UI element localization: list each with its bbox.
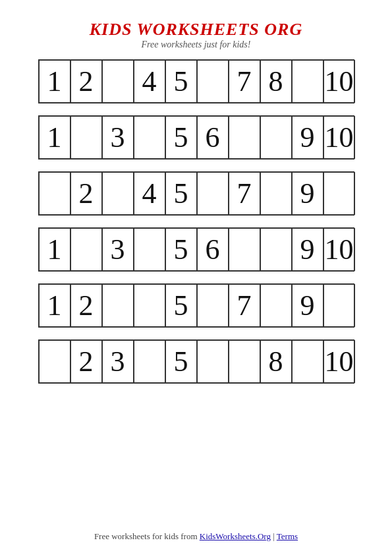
site-title: KIDS WORKSHEETS ORG [90,20,302,40]
cell-r3-c10 [323,172,355,215]
cell-r4-c8 [260,228,292,271]
cell-r3-c3 [102,172,134,215]
cell-r2-c3: 3 [102,116,134,159]
cell-r2-c9: 9 [292,116,323,159]
cell-r5-c9: 9 [292,284,323,327]
rows-container: 12457810135691024579135691012579235810 [38,59,354,395]
cell-r2-c1: 1 [39,116,70,159]
cell-r5-c6 [197,284,229,327]
cell-r6-c6 [197,340,229,383]
cell-r5-c2: 2 [70,284,102,327]
cell-r6-c8: 8 [260,340,292,383]
cell-r6-c1 [39,340,70,383]
cell-r4-c3: 3 [102,228,134,271]
cell-r1-c3 [102,60,134,103]
site-subtitle: Free worksheets just for kids! [142,40,251,50]
footer-text: Free worksheets for kids from [94,531,200,541]
cell-r5-c4 [134,284,165,327]
cell-r2-c7 [229,116,260,159]
terms-link[interactable]: Terms [277,531,298,541]
cell-r4-c2 [70,228,102,271]
cell-r1-c8: 8 [260,60,292,103]
number-row-2: 1356910 [38,115,354,160]
cell-r1-c2: 2 [70,60,102,103]
cell-r6-c10: 10 [323,340,355,383]
footer-separator: | [271,531,277,541]
cell-r3-c2: 2 [70,172,102,215]
cell-r4-c7 [229,228,260,271]
cell-r5-c1: 1 [39,284,70,327]
cell-r6-c7 [229,340,260,383]
cell-r2-c10: 10 [323,116,355,159]
number-row-4: 1356910 [38,227,354,272]
cell-r5-c5: 5 [165,284,197,327]
cell-r1-c7: 7 [229,60,260,103]
cell-r4-c4 [134,228,165,271]
cell-r1-c5: 5 [165,60,197,103]
number-row-5: 12579 [38,283,354,328]
cell-r2-c5: 5 [165,116,197,159]
cell-r2-c6: 6 [197,116,229,159]
cell-r3-c1 [39,172,70,215]
cell-r1-c10: 10 [323,60,355,103]
cell-r2-c8 [260,116,292,159]
cell-r5-c10 [323,284,355,327]
page: KIDS WORKSHEETS ORG Free worksheets just… [0,0,392,555]
cell-r6-c5: 5 [165,340,197,383]
cell-r4-c6: 6 [197,228,229,271]
footer-link[interactable]: KidsWorksheets.Org [200,531,271,541]
cell-r3-c4: 4 [134,172,165,215]
cell-r4-c9: 9 [292,228,323,271]
cell-r4-c1: 1 [39,228,70,271]
footer: Free worksheets for kids from KidsWorksh… [0,531,392,542]
cell-r3-c7: 7 [229,172,260,215]
cell-r1-c1: 1 [39,60,70,103]
cell-r4-c10: 10 [323,228,355,271]
cell-r1-c4: 4 [134,60,165,103]
cell-r5-c8 [260,284,292,327]
cell-r3-c6 [197,172,229,215]
cell-r6-c4 [134,340,165,383]
cell-r3-c9: 9 [292,172,323,215]
cell-r3-c5: 5 [165,172,197,215]
cell-r6-c3: 3 [102,340,134,383]
number-row-1: 12457810 [38,59,354,103]
number-row-6: 235810 [38,339,354,384]
number-row-3: 24579 [38,171,354,216]
cell-r1-c9 [292,60,323,103]
cell-r3-c8 [260,172,292,215]
cell-r1-c6 [197,60,229,103]
cell-r4-c5: 5 [165,228,197,271]
cell-r2-c2 [70,116,102,159]
cell-r5-c7: 7 [229,284,260,327]
cell-r2-c4 [134,116,165,159]
cell-r5-c3 [102,284,134,327]
cell-r6-c9 [292,340,323,383]
cell-r6-c2: 2 [70,340,102,383]
